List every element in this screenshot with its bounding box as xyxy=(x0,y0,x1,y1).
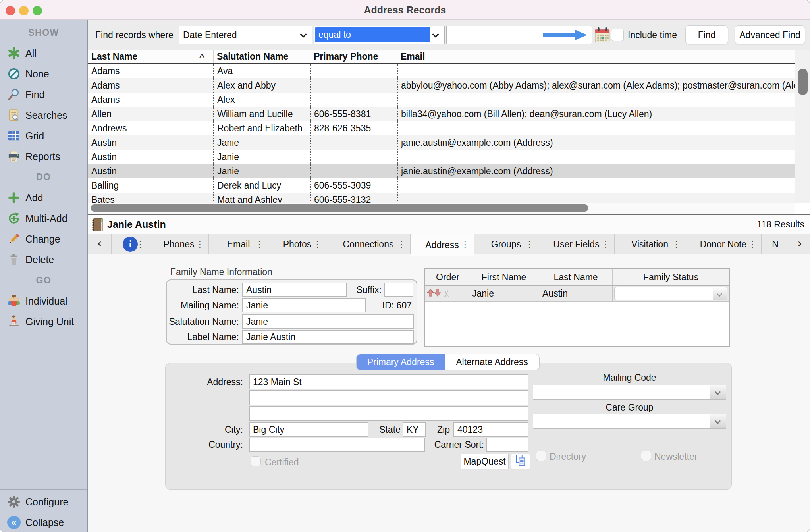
sidebar-item-find[interactable]: Find xyxy=(0,84,87,105)
tab-scroll-left[interactable]: ‹ xyxy=(88,234,112,254)
tab-overflow-icon: ⋮ xyxy=(461,234,470,254)
cell-email xyxy=(397,150,795,164)
cell-salutation: Ava xyxy=(213,64,310,78)
table-row[interactable]: Allen William and Lucille 606-555-8381 b… xyxy=(88,107,795,121)
move-down-icon[interactable] xyxy=(434,288,441,299)
table-row[interactable]: Austin Janie janie.austin@example.com (A… xyxy=(88,135,795,150)
tab-donor-note[interactable]: Donor Note⋮ xyxy=(685,234,762,254)
address-line2-field[interactable] xyxy=(249,390,528,405)
tab-info[interactable]: i ⋮ xyxy=(112,234,149,254)
newsletter-checkbox[interactable] xyxy=(641,451,651,461)
cell-phone xyxy=(310,64,397,78)
sidebar-item-add[interactable]: Add xyxy=(0,187,87,208)
tab-phones[interactable]: Phones⋮ xyxy=(149,234,209,254)
include-time-checkbox[interactable] xyxy=(611,29,624,41)
state-field[interactable]: KY xyxy=(403,422,426,437)
last-name-field[interactable]: Austin xyxy=(242,283,347,297)
tab-user-fields[interactable]: User Fields⋮ xyxy=(538,234,615,254)
tab-groups[interactable]: Groups⋮ xyxy=(474,234,538,254)
horizontal-scrollbar-thumb[interactable] xyxy=(91,204,588,212)
cell-last-name: Austin xyxy=(88,150,213,164)
table-row[interactable]: Bates Matt and Ashley 606-555-3132 xyxy=(88,193,795,203)
sidebar-item-giving-unit[interactable]: Giving Unit xyxy=(0,311,87,332)
carrier-sort-field[interactable] xyxy=(486,438,528,452)
sidebar-item-multi-add[interactable]: Multi-Add xyxy=(0,208,87,229)
country-field[interactable] xyxy=(249,438,425,452)
zip-field[interactable]: 40123 xyxy=(453,422,528,437)
copy-address-button[interactable] xyxy=(511,454,530,469)
sidebar-item-delete[interactable]: Delete xyxy=(0,249,87,270)
column-header-salutation-name[interactable]: Salutation Name xyxy=(213,50,310,63)
table-row[interactable]: Adams Alex xyxy=(88,93,795,107)
member-row[interactable]: ✂ Janie Austin xyxy=(425,286,729,302)
mailing-code-dropdown[interactable] xyxy=(533,385,726,400)
member-first-name: Janie xyxy=(469,286,539,301)
alternate-address-tab[interactable]: Alternate Address xyxy=(445,354,539,370)
tab-connections[interactable]: Connections⋮ xyxy=(326,234,411,254)
sidebar-item-label: Configure xyxy=(25,496,68,508)
sidebar-item-searches[interactable]: Searches xyxy=(0,105,87,125)
directory-checkbox[interactable] xyxy=(536,451,546,461)
city-field[interactable]: Big City xyxy=(249,422,368,437)
advanced-find-button[interactable]: Advanced Find xyxy=(735,26,805,44)
vertical-scrollbar[interactable] xyxy=(795,50,810,203)
sidebar-item-label: All xyxy=(25,48,37,59)
magnifier-icon xyxy=(6,88,21,101)
label-name-field[interactable]: Janie Austin xyxy=(242,330,414,344)
sidebar-item-all[interactable]: All xyxy=(0,43,87,64)
find-button[interactable]: Find xyxy=(686,26,728,44)
mailing-name-field[interactable]: Janie xyxy=(242,298,366,312)
grid-icon xyxy=(6,130,21,141)
field-dropdown[interactable]: Date Entered xyxy=(179,26,312,44)
family-status-dropdown[interactable] xyxy=(614,287,727,300)
tab-address[interactable]: Address⋮ xyxy=(411,234,474,256)
sidebar-item-collapse[interactable]: « Collapse xyxy=(0,512,87,532)
tab-photos[interactable]: Photos⋮ xyxy=(268,234,326,254)
move-up-icon[interactable] xyxy=(427,288,434,299)
family-members-table: Order First Name Last Name Family Status… xyxy=(424,268,730,347)
detach-member-icon[interactable]: ✂ xyxy=(441,289,452,297)
chevron-down-icon xyxy=(713,287,727,300)
address-line1-field[interactable]: 123 Main St xyxy=(249,374,528,389)
chevron-down-icon xyxy=(710,385,726,399)
operator-dropdown[interactable]: equal to xyxy=(314,26,445,44)
tab-notes-truncated[interactable]: N xyxy=(762,234,789,254)
salutation-name-field[interactable]: Janie xyxy=(242,314,414,329)
sidebar-item-reports[interactable]: Reports xyxy=(0,146,87,167)
gear-icon xyxy=(6,495,21,509)
tab-email[interactable]: Email⋮ xyxy=(209,234,268,254)
sidebar-item-change[interactable]: Change xyxy=(0,229,87,249)
cell-last-name: Bates xyxy=(88,193,213,203)
find-value-input[interactable] xyxy=(446,26,592,44)
cell-salutation: Janie xyxy=(213,164,310,178)
sidebar-item-individual[interactable]: Individual xyxy=(0,291,87,311)
trash-icon xyxy=(6,253,21,266)
sidebar-item-none[interactable]: None xyxy=(0,64,87,84)
care-group-dropdown[interactable] xyxy=(533,414,726,429)
suffix-field[interactable] xyxy=(384,283,413,297)
tab-scroll-right[interactable]: › xyxy=(789,234,810,254)
sidebar-item-label: Delete xyxy=(25,254,54,266)
table-row[interactable]: Adams Alex and Abby abbylou@yahoo.com (A… xyxy=(88,78,795,93)
sidebar-section-go: GO xyxy=(0,270,87,291)
horizontal-scrollbar[interactable] xyxy=(88,203,795,214)
column-header-email[interactable]: Email xyxy=(397,50,795,63)
certified-checkbox[interactable] xyxy=(251,456,261,466)
calendar-icon[interactable] xyxy=(594,27,610,45)
vertical-scrollbar-thumb[interactable] xyxy=(798,69,808,95)
sidebar-item-grid[interactable]: Grid xyxy=(0,125,87,146)
column-header-primary-phone[interactable]: Primary Phone xyxy=(310,50,397,63)
table-row[interactable]: Austin Janie janie.austin@example.com (A… xyxy=(88,164,795,178)
column-header-last-name[interactable]: Last Name ^ xyxy=(88,50,213,63)
table-row[interactable]: Austin Janie xyxy=(88,150,795,164)
address-line3-field[interactable] xyxy=(249,406,528,421)
table-row[interactable]: Balling Derek and Lucy 606-555-3039 xyxy=(88,178,795,193)
carrier-sort-label: Carrier Sort: xyxy=(404,438,484,452)
table-row[interactable]: Adams Ava xyxy=(88,64,795,78)
sidebar-item-configure[interactable]: Configure xyxy=(0,492,87,512)
window-title: Address Records xyxy=(0,0,810,20)
tab-visitation[interactable]: Visitation⋮ xyxy=(615,234,685,254)
primary-address-tab[interactable]: Primary Address xyxy=(357,354,445,370)
table-row[interactable]: Andrews Robert and Elizabeth 828-626-353… xyxy=(88,121,795,135)
mapquest-button[interactable]: MapQuest xyxy=(461,454,509,469)
